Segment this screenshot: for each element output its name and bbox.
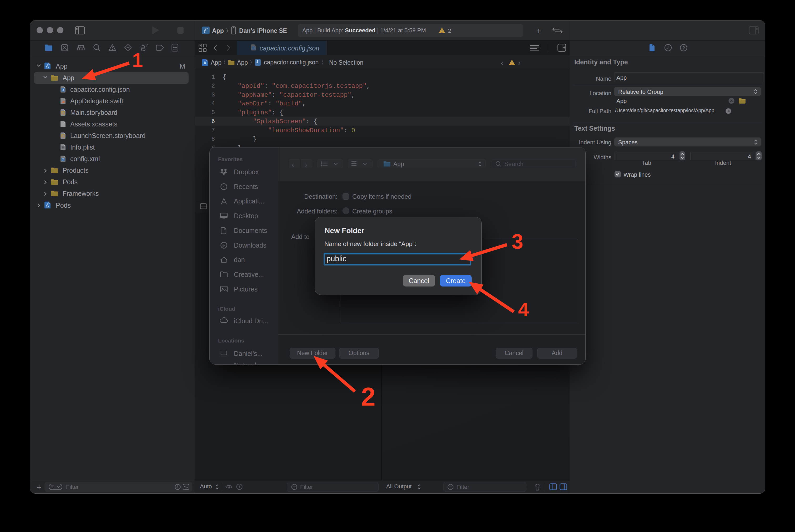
svg-text:i: i bbox=[239, 485, 240, 489]
svg-text:J: J bbox=[62, 89, 64, 92]
svg-text:?: ? bbox=[682, 45, 685, 51]
